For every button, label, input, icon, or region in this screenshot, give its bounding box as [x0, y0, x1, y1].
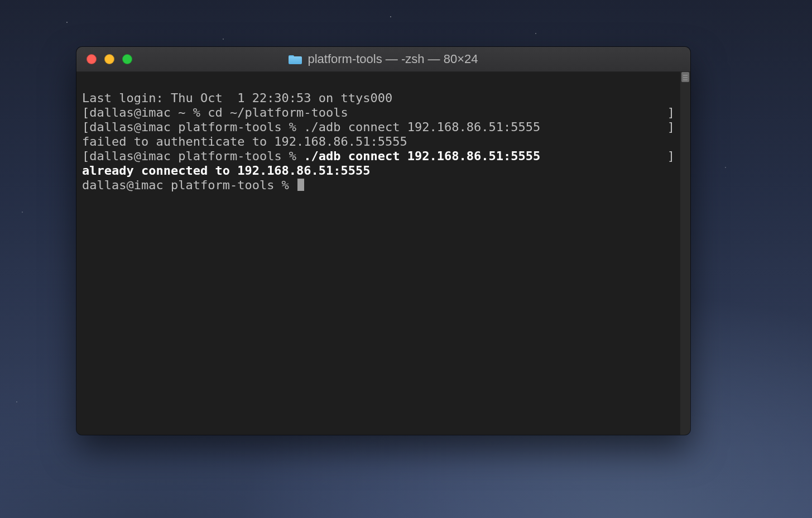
- window-titlebar[interactable]: platform-tools — -zsh — 80×24: [76, 47, 690, 72]
- terminal-line: [dallas@imac platform-tools % ./adb conn…: [82, 149, 675, 164]
- terminal-line: Last login: Thu Oct 1 22:30:53 on ttys00…: [82, 91, 392, 105]
- terminal-cursor[interactable]: [297, 179, 304, 191]
- terminal-body: Last login: Thu Oct 1 22:30:53 on ttys00…: [76, 72, 690, 435]
- terminal-output[interactable]: Last login: Thu Oct 1 22:30:53 on ttys00…: [76, 72, 680, 435]
- window-controls: [76, 54, 132, 64]
- window-title-text: platform-tools — -zsh — 80×24: [307, 52, 478, 66]
- terminal-line: [dallas@imac platform-tools % ./adb conn…: [82, 120, 675, 135]
- close-button[interactable]: [87, 54, 97, 64]
- terminal-window: platform-tools — -zsh — 80×24 Last login…: [76, 47, 690, 435]
- terminal-prompt: dallas@imac platform-tools %: [82, 178, 296, 192]
- terminal-scrollbar[interactable]: [680, 72, 690, 435]
- scrollbar-thumb[interactable]: [681, 72, 689, 82]
- terminal-line: [dallas@imac ~ % cd ~/platform-tools]: [82, 105, 675, 120]
- zoom-button[interactable]: [122, 54, 132, 64]
- terminal-line: failed to authenticate to 192.168.86.51:…: [82, 135, 407, 148]
- desktop-background: platform-tools — -zsh — 80×24 Last login…: [0, 0, 812, 518]
- folder-icon: [289, 54, 302, 64]
- window-title: platform-tools — -zsh — 80×24: [76, 52, 690, 66]
- terminal-line: already connected to 192.168.86.51:5555: [82, 164, 371, 178]
- minimize-button[interactable]: [104, 54, 114, 64]
